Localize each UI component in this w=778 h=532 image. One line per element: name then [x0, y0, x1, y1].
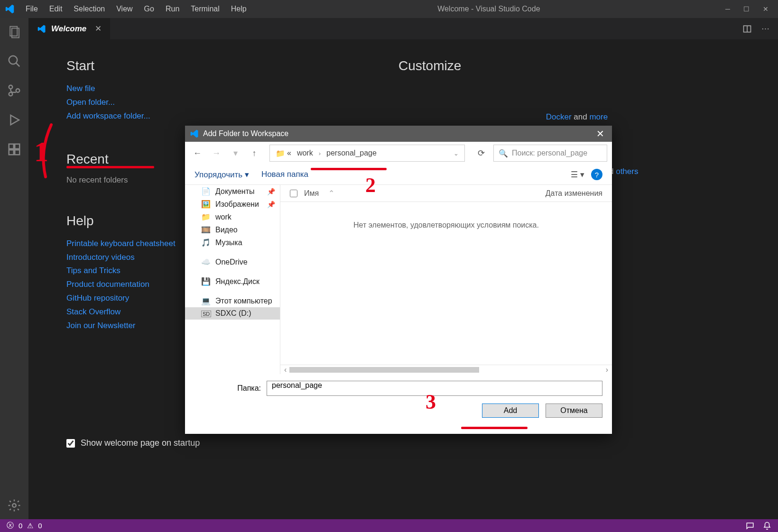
folder-name-input[interactable]: personal_page [267, 381, 602, 396]
nav-forward-icon[interactable]: → [209, 146, 224, 161]
help-tips-link[interactable]: Tips and Tricks [66, 266, 120, 275]
collapse-icon[interactable]: ⌃ [328, 189, 334, 198]
tree-item[interactable]: 🎞️Видео [185, 223, 280, 236]
view-mode-icon[interactable]: ☰ ▾ [571, 170, 584, 180]
nav-recent-icon[interactable]: ▾ [228, 146, 243, 161]
tree-item[interactable]: 🖼️Изображени📌 [185, 198, 280, 211]
dialog-close-icon[interactable]: ✕ [593, 128, 607, 139]
refresh-icon[interactable]: ⟳ [472, 145, 490, 162]
svg-point-6 [16, 89, 20, 92]
maximize-icon[interactable]: ☐ [743, 5, 750, 13]
startup-checkbox-label: Show welcome page on startup [81, 438, 200, 448]
tab-welcome[interactable]: Welcome ✕ [28, 18, 110, 39]
source-control-icon[interactable] [6, 83, 22, 99]
tree-item[interactable]: 📄Документы📌 [185, 185, 280, 198]
bell-icon[interactable] [763, 522, 771, 530]
nav-back-icon[interactable]: ← [190, 146, 205, 161]
errors-count[interactable]: 0 [19, 522, 22, 530]
help-cheatsheet-link[interactable]: Printable keyboard cheatsheet [66, 239, 176, 248]
breadcrumb[interactable]: 📁 « work › personal_page ⌄ [269, 145, 465, 162]
tree-item-icon: SD [201, 309, 211, 318]
svg-line-3 [16, 63, 20, 67]
more-link[interactable]: more [589, 112, 608, 121]
add-workspace-folder-link[interactable]: Add workspace folder... [66, 111, 150, 120]
explorer-icon[interactable] [6, 24, 22, 40]
tree-item-label: Яндекс.Диск [215, 277, 259, 286]
menu-terminal[interactable]: Terminal [185, 5, 225, 13]
menu-file[interactable]: File [20, 5, 44, 13]
feedback-icon[interactable] [746, 522, 754, 530]
col-name[interactable]: Имя [304, 189, 319, 198]
open-folder-link[interactable]: Open folder... [66, 98, 115, 107]
help-github-link[interactable]: GitHub repository [66, 294, 129, 303]
tree-item-label: Музыка [215, 238, 242, 247]
help-icon[interactable]: ? [591, 169, 602, 180]
window-title: Welcome - Visual Studio Code [252, 5, 725, 13]
dialog-search[interactable]: 🔍 Поиск: personal_page [493, 145, 607, 162]
chevron-down-icon[interactable]: ⌄ [452, 150, 461, 157]
warnings-count[interactable]: 0 [38, 522, 42, 530]
minimize-icon[interactable]: ─ [725, 5, 730, 13]
settings-gear-icon[interactable] [6, 497, 22, 514]
col-date[interactable]: Дата изменения [546, 189, 602, 198]
tree-item[interactable]: 💾Яндекс.Диск [185, 275, 280, 288]
split-editor-icon[interactable] [742, 24, 752, 34]
new-file-link[interactable]: New file [66, 84, 95, 93]
tab-bar: Welcome ✕ ⋯ [28, 18, 778, 39]
search-placeholder: Поиск: personal_page [512, 149, 587, 157]
tab-close-icon[interactable]: ✕ [95, 24, 102, 34]
help-stackoverflow-link[interactable]: Stack Overflow [66, 307, 120, 316]
help-newsletter-link[interactable]: Join our Newsletter [66, 321, 136, 330]
tree-item-icon: 🎞️ [201, 225, 211, 234]
vscode-icon [37, 24, 46, 34]
menu-run[interactable]: Run [160, 5, 185, 13]
tree-item[interactable]: 📁work [185, 211, 280, 223]
svg-rect-8 [9, 144, 14, 149]
warnings-icon[interactable]: ⚠ [27, 522, 33, 530]
tree-item[interactable]: 🎵Музыка [185, 236, 280, 249]
crumb-1[interactable]: personal_page [324, 149, 379, 157]
search-icon[interactable] [6, 53, 22, 69]
menu-edit[interactable]: Edit [44, 5, 68, 13]
more-actions-icon[interactable]: ⋯ [761, 24, 769, 34]
tree-item[interactable]: 💻Этот компьютер [185, 294, 280, 307]
menu-selection[interactable]: Selection [68, 5, 111, 13]
errors-icon[interactable]: ⓧ [7, 521, 14, 530]
tree-item-icon: 📄 [201, 187, 211, 196]
close-icon[interactable]: ✕ [763, 5, 769, 13]
titlebar: File Edit Selection View Go Run Terminal… [0, 0, 778, 18]
startup-checkbox-input[interactable] [66, 439, 75, 448]
svg-rect-11 [15, 144, 19, 149]
tree-item-label: Видео [215, 226, 238, 234]
nav-up-icon[interactable]: ↑ [247, 146, 262, 161]
search-icon: 🔍 [499, 149, 508, 158]
svg-point-12 [12, 504, 16, 507]
add-button[interactable]: Add [482, 404, 539, 418]
crumb-0[interactable]: work [295, 149, 315, 157]
tree-item-label: Изображени [215, 200, 259, 209]
new-folder-button[interactable]: Новая папка [261, 170, 308, 179]
others-link[interactable]: others [616, 167, 638, 176]
docker-link[interactable]: Docker [546, 112, 572, 121]
tree-item[interactable]: SDSDXC (D:) [185, 307, 280, 320]
menu-help[interactable]: Help [225, 5, 252, 13]
chevron-right-icon: › [317, 150, 323, 157]
tree-item[interactable]: ☁️OneDrive [185, 256, 280, 268]
pin-icon: 📌 [267, 201, 275, 208]
tab-label: Welcome [51, 24, 86, 34]
menu-view[interactable]: View [111, 5, 138, 13]
window-controls: ─ ☐ ✕ [725, 5, 769, 13]
tree-item-label: OneDrive [215, 258, 248, 266]
startup-checkbox[interactable]: Show welcome page on startup [66, 438, 200, 448]
help-docs-link[interactable]: Product documentation [66, 280, 149, 289]
help-videos-link[interactable]: Introductory videos [66, 253, 135, 262]
organize-dropdown[interactable]: Упорядочить ▾ [194, 170, 249, 180]
extensions-icon[interactable] [6, 141, 22, 157]
tree-item-icon: 📁 [201, 212, 211, 221]
run-debug-icon[interactable] [6, 112, 22, 128]
cancel-button[interactable]: Отмена [546, 404, 602, 418]
menu-go[interactable]: Go [139, 5, 160, 13]
svg-point-4 [9, 85, 13, 89]
select-all-checkbox[interactable] [290, 190, 297, 197]
horizontal-scrollbar[interactable]: ‹› [280, 365, 612, 374]
